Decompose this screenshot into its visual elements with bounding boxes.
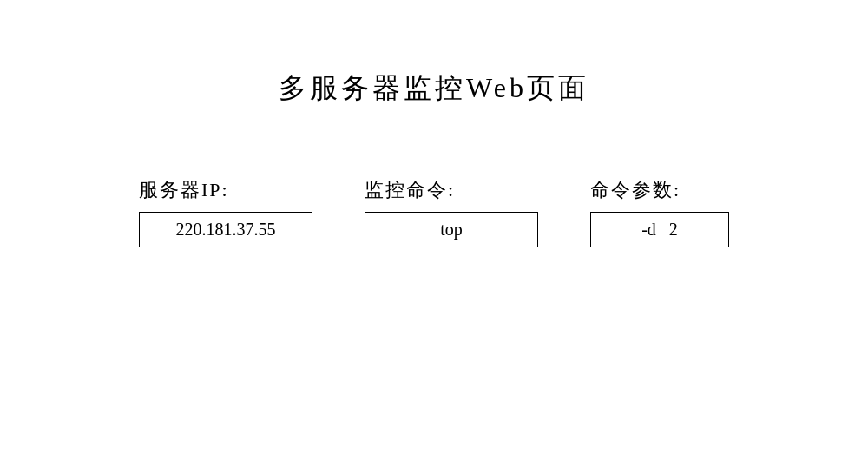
server-ip-label: 服务器IP: xyxy=(139,177,229,203)
server-ip-group: 服务器IP: xyxy=(139,177,312,247)
monitor-cmd-group: 监控命令: xyxy=(365,177,538,247)
form-section: 服务器IP: 监控命令: 命令参数: xyxy=(87,177,781,247)
cmd-params-label: 命令参数: xyxy=(590,177,681,203)
cmd-params-input[interactable] xyxy=(590,212,729,247)
server-ip-input[interactable] xyxy=(139,212,312,247)
monitor-cmd-input[interactable] xyxy=(365,212,538,247)
page-title: 多服务器监控Web页面 xyxy=(279,69,589,108)
monitor-cmd-label: 监控命令: xyxy=(365,177,455,203)
cmd-params-group: 命令参数: xyxy=(590,177,729,247)
